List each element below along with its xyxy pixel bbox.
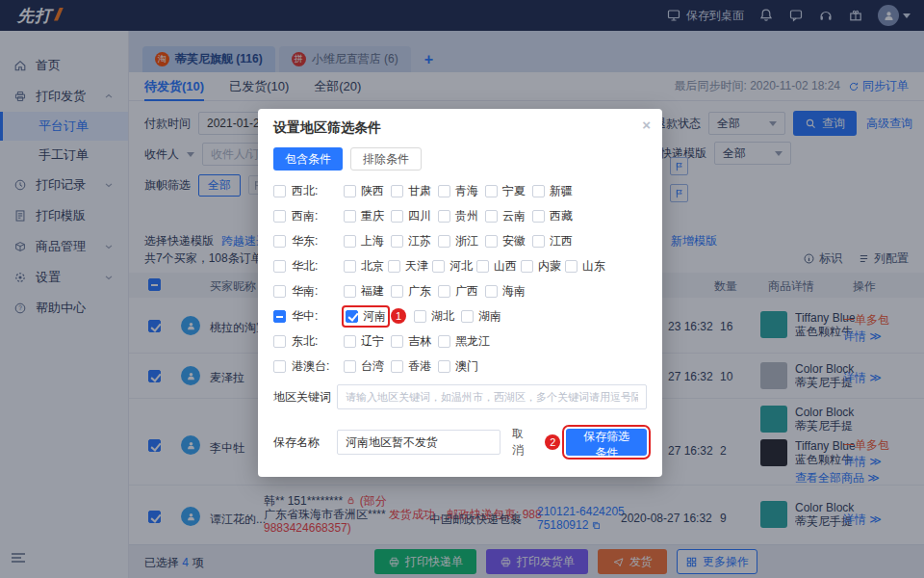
province-checkbox-item[interactable]: 新疆 — [532, 183, 579, 199]
region-checkbox[interactable] — [273, 260, 286, 273]
province-checkbox-henan[interactable]: 河南 — [344, 307, 388, 326]
province-checkbox-item[interactable]: 福建 — [344, 283, 391, 300]
province-checkbox-item[interactable]: 辽宁 — [344, 333, 391, 350]
cancel-button[interactable]: 取消 — [500, 421, 542, 463]
keyword-label: 地区关键词 — [273, 389, 337, 406]
region-label: 华东: — [292, 233, 344, 250]
region-row: 华北: 北京 天津 河北 山西 内蒙 山东 — [258, 253, 662, 278]
region-row: 华南: 福建 广东 广西 海南 — [258, 278, 662, 303]
province-checkbox-item[interactable]: 贵州 — [438, 208, 485, 224]
province-checkbox-item[interactable]: 湖南 — [461, 308, 508, 325]
province-checkbox-item[interactable]: 天津 — [388, 258, 432, 275]
province-checkbox-item[interactable]: 上海 — [344, 233, 391, 250]
province-checkbox-item[interactable]: 山东 — [565, 258, 609, 275]
province-checkbox-item[interactable]: 广东 — [391, 283, 438, 300]
province-checkbox-item[interactable]: 西藏 — [532, 208, 579, 224]
include-condition-tab[interactable]: 包含条件 — [273, 147, 343, 171]
region-checkbox[interactable] — [273, 185, 286, 197]
province-checkbox-item[interactable]: 江苏 — [391, 233, 438, 250]
region-row-huazhong: 华中: 河南 1 湖北 湖南 — [258, 303, 662, 328]
region-checkbox[interactable] — [273, 360, 286, 373]
close-icon[interactable]: × — [642, 117, 651, 133]
province-checkbox-item[interactable]: 黑龙江 — [438, 333, 490, 350]
region-label: 华中: — [292, 308, 344, 325]
save-filter-button[interactable]: 保存筛选条件 — [566, 429, 647, 456]
region-row: 东北: 辽宁 吉林 黑龙江 — [258, 328, 662, 354]
region-label: 港澳台: — [292, 358, 344, 375]
province-checkbox-item[interactable]: 北京 — [344, 258, 388, 275]
save-name-label: 保存名称 — [273, 434, 337, 451]
region-checkbox[interactable] — [273, 335, 286, 348]
region-row: 华东: 上海 江苏 浙江 安徽 江西 — [258, 228, 662, 253]
province-checkbox-item[interactable]: 浙江 — [438, 233, 485, 250]
region-label: 华北: — [292, 258, 344, 275]
save-name-input[interactable] — [337, 430, 500, 455]
region-row: 港澳台: 台湾 香港 澳门 — [258, 354, 662, 379]
region-label: 西北: — [292, 183, 344, 199]
province-checkbox-item[interactable]: 内蒙 — [521, 258, 565, 275]
region-checkbox-indeterminate[interactable] — [273, 310, 286, 323]
province-checkbox-item[interactable]: 四川 — [391, 208, 438, 224]
region-label: 华南: — [292, 283, 344, 300]
province-checkbox-item[interactable]: 湖北 — [414, 308, 461, 325]
region-label: 东北: — [292, 333, 344, 350]
province-checkbox-item[interactable]: 青海 — [438, 183, 485, 199]
province-checkbox-item[interactable]: 甘肃 — [391, 183, 438, 199]
province-checkbox-item[interactable]: 陕西 — [344, 183, 391, 199]
province-checkbox-item[interactable]: 台湾 — [344, 358, 391, 375]
province-checkbox-item[interactable]: 宁夏 — [485, 183, 532, 199]
region-filter-modal: 设置地区筛选条件 × 包含条件 排除条件 西北: 陕西 甘肃 青海 宁夏 新疆 … — [258, 109, 662, 477]
modal-title: 设置地区筛选条件 — [273, 119, 381, 135]
region-checkbox[interactable] — [273, 210, 286, 223]
region-row: 西北: 陕西 甘肃 青海 宁夏 新疆 — [258, 178, 662, 203]
province-checkbox-item[interactable]: 广西 — [438, 283, 485, 300]
province-checkbox-item[interactable]: 海南 — [485, 283, 532, 300]
region-checkbox[interactable] — [273, 285, 286, 298]
province-checkbox-item[interactable]: 云南 — [485, 208, 532, 224]
annotation-badge-2: 2 — [545, 434, 560, 450]
province-checkbox-item[interactable]: 江西 — [532, 233, 579, 250]
region-checkbox[interactable] — [273, 235, 286, 248]
province-checkbox-item[interactable]: 河北 — [432, 258, 476, 275]
province-checkbox-item[interactable]: 吉林 — [391, 333, 438, 350]
province-checkbox-item[interactable]: 重庆 — [344, 208, 391, 224]
region-keyword-input[interactable] — [337, 384, 647, 409]
province-checkbox-item[interactable]: 安徽 — [485, 233, 532, 250]
province-checkbox-item[interactable]: 香港 — [391, 358, 438, 375]
annotation-badge-1: 1 — [391, 308, 406, 324]
region-label: 西南: — [292, 208, 344, 224]
exclude-condition-tab[interactable]: 排除条件 — [350, 147, 422, 171]
province-checkbox-item[interactable]: 山西 — [476, 258, 521, 275]
region-row: 西南: 重庆 四川 贵州 云南 西藏 — [258, 203, 662, 228]
province-checkbox-item[interactable]: 澳门 — [438, 358, 485, 375]
